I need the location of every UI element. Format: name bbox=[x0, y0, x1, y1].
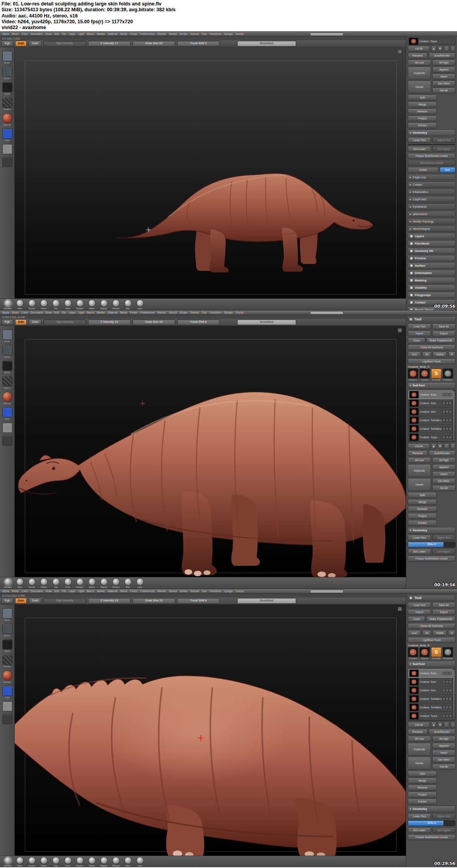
menu-item-picker[interactable]: Picker bbox=[130, 33, 138, 35]
menu-item-tool[interactable]: Tool bbox=[202, 590, 207, 592]
menu-item-brush[interactable]: Brush bbox=[12, 311, 19, 314]
sdiv-slider[interactable]: SDiv 2 bbox=[408, 144, 455, 145]
delete-button[interactable]: Delete bbox=[408, 478, 431, 491]
menu-item-zscript[interactable]: Zscript bbox=[236, 311, 244, 314]
draw-size-slider[interactable]: Draw Size 52 bbox=[133, 41, 175, 46]
brush-blob[interactable]: Blob bbox=[123, 300, 133, 310]
divide-button[interactable]: Divide bbox=[408, 167, 438, 173]
brush-displace[interactable]: Displace bbox=[75, 578, 85, 588]
menu-item-file[interactable]: File bbox=[62, 311, 66, 314]
brush-picker-icon[interactable]: Brush bbox=[2, 330, 12, 343]
brush-pinch[interactable]: Pinch bbox=[63, 578, 72, 588]
subtool-item-creature-eyes[interactable]: Creature_Eyes bbox=[409, 399, 452, 407]
subtool-mini-button[interactable] bbox=[449, 410, 452, 413]
higher-res-button[interactable]: Higher Res bbox=[432, 813, 455, 819]
subtool-select-down-button[interactable]: ▼ bbox=[438, 443, 443, 449]
brush-standard[interactable]: Standard bbox=[3, 578, 12, 588]
edgeloop-subpalette[interactable]: ▸EdgeLoop bbox=[408, 174, 455, 180]
brush-clay[interactable]: Clay bbox=[51, 300, 60, 310]
gradient-swatch[interactable] bbox=[2, 436, 12, 446]
menu-item-render[interactable]: Render bbox=[157, 33, 166, 35]
menu-item-stroke[interactable]: Stroke bbox=[180, 590, 188, 592]
subtool-mini-button[interactable] bbox=[449, 436, 452, 439]
menubar-slider[interactable] bbox=[310, 311, 343, 315]
subtool-item-creature-toque[interactable]: Creature_Toque bbox=[408, 38, 455, 45]
subtool-select-up-button[interactable]: ▲ bbox=[431, 443, 436, 449]
subtool-mini-button[interactable] bbox=[443, 402, 445, 405]
shadowbox-subpalette[interactable]: ▸ShadowBox bbox=[408, 189, 455, 195]
list-all-button[interactable]: List All bbox=[408, 443, 430, 449]
preview-palette[interactable]: Preview bbox=[408, 255, 455, 261]
tool-thumb-creature[interactable]: Creature bbox=[408, 647, 418, 660]
secondary-color-swatch[interactable] bbox=[2, 144, 12, 154]
zadd-button[interactable]: Zadd bbox=[29, 41, 41, 46]
save-as-button[interactable]: Save As bbox=[432, 324, 455, 329]
menu-item-document[interactable]: Document bbox=[31, 311, 43, 314]
brush-smooth[interactable]: Smooth bbox=[27, 578, 36, 588]
rgb-button[interactable]: Rgb bbox=[2, 41, 13, 46]
brush-elastic[interactable]: Elastic bbox=[87, 300, 97, 310]
smt-button[interactable]: Smt bbox=[440, 167, 455, 173]
reconstruct-subdiv-button[interactable]: Reconstruct Subdiv bbox=[408, 160, 455, 166]
tool-thumb-simplebr[interactable]: SSimpleBr bbox=[431, 647, 441, 660]
subtool-item-creature-horn[interactable]: Creature_Horn bbox=[409, 686, 452, 694]
brush-layer[interactable]: Layer bbox=[135, 857, 145, 867]
r-button[interactable]: R bbox=[448, 630, 455, 636]
alpha-picker-icon[interactable]: Alpha bbox=[2, 639, 12, 652]
geometry-section[interactable]: ▾Geometry bbox=[408, 806, 455, 812]
subtool-mini-button[interactable] bbox=[449, 427, 452, 430]
visible-button[interactable]: Visible bbox=[433, 630, 447, 636]
freeze-subdivision-levels-button[interactable]: Freeze SubDivision Levels bbox=[408, 834, 455, 840]
menu-item-macro[interactable]: Macro bbox=[87, 590, 94, 592]
del-higher-button[interactable]: Del Higher bbox=[432, 146, 455, 152]
brush-smooth[interactable]: Smooth bbox=[27, 300, 36, 310]
subtool-mini-button[interactable] bbox=[446, 410, 448, 413]
del-all-button[interactable]: Del All bbox=[432, 764, 455, 770]
subtool-section[interactable]: ▾SubTool bbox=[408, 382, 455, 389]
all-high-button[interactable]: All High bbox=[432, 457, 455, 463]
brush-layer[interactable]: Layer bbox=[135, 300, 145, 310]
import-button[interactable]: Import bbox=[408, 609, 431, 615]
brushmod-slider[interactable]: BrushMod bbox=[237, 319, 296, 325]
zadd-button[interactable]: Zadd bbox=[29, 319, 41, 325]
brushmod-slider[interactable]: BrushMod bbox=[237, 41, 296, 46]
menu-item-marker[interactable]: Marker bbox=[97, 311, 105, 314]
subtool-select-up-button[interactable]: ▲ bbox=[431, 722, 436, 728]
menu-item-macro[interactable]: Macro bbox=[87, 33, 94, 35]
claypolish-subpalette[interactable]: ▸ClayPolish bbox=[408, 196, 455, 202]
sculpt-canvas[interactable] bbox=[15, 326, 406, 577]
freeze-subdivision-levels-button[interactable]: Freeze SubDivision Levels bbox=[408, 556, 455, 561]
rename-button[interactable]: Rename bbox=[408, 729, 428, 735]
subtool-item-creature-body[interactable]: Creature_Body bbox=[409, 669, 452, 677]
all-high-button[interactable]: All High bbox=[432, 736, 455, 742]
del-lower-button[interactable]: Del Lower bbox=[408, 146, 431, 152]
tool-panel-title[interactable]: Tool bbox=[408, 595, 455, 601]
all-button[interactable]: All bbox=[422, 630, 431, 636]
surface-palette[interactable]: Surface bbox=[408, 262, 455, 269]
remesh-button[interactable]: Remesh bbox=[408, 108, 437, 114]
subtool-mini-button[interactable] bbox=[443, 689, 445, 692]
split-button[interactable]: Split bbox=[408, 492, 437, 498]
menu-item-texture[interactable]: Texture bbox=[190, 590, 199, 592]
del-other-button[interactable]: Del Other bbox=[432, 478, 455, 484]
subtool-mini-button[interactable] bbox=[446, 706, 448, 709]
tool-thumb-cybster[interactable]: Cybster bbox=[419, 647, 430, 660]
duplicate-button[interactable]: Duplicate bbox=[408, 743, 431, 756]
load-tool-button[interactable]: Load Tool bbox=[408, 602, 431, 608]
del-lower-button[interactable]: Del Lower bbox=[408, 827, 431, 833]
subtool-mini-button[interactable] bbox=[443, 715, 445, 717]
subtool-move-down-button[interactable]: ↓ bbox=[450, 443, 455, 449]
autoreorder-button[interactable]: AutoReorder bbox=[429, 729, 455, 735]
qremesher-subpalette[interactable]: ▸qRemesher bbox=[408, 211, 455, 217]
subtool-item-creature-toenailupper[interactable]: Creature_ToeNailUpper bbox=[409, 703, 452, 711]
menu-item-brush[interactable]: Brush bbox=[12, 590, 19, 592]
subtool-mini-button[interactable] bbox=[449, 419, 452, 422]
subtool-mini-button[interactable] bbox=[449, 698, 452, 700]
insert-button[interactable]: Insert bbox=[432, 471, 455, 477]
menu-item-draw[interactable]: Draw bbox=[45, 590, 52, 592]
menu-item-stroke[interactable]: Stroke bbox=[180, 311, 188, 314]
menu-item-color[interactable]: Color bbox=[22, 33, 28, 35]
menu-item-light[interactable]: Light bbox=[78, 33, 84, 35]
rename-button[interactable]: Rename bbox=[408, 53, 428, 59]
subtool-item-creature-body[interactable]: Creature_Body bbox=[409, 391, 452, 399]
